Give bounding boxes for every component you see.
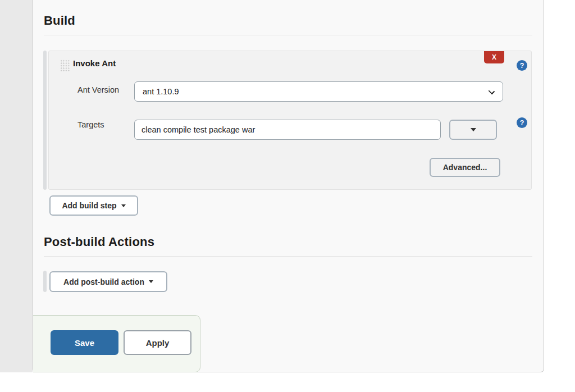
ant-version-select[interactable]: ant 1.10.9 — [134, 81, 503, 102]
caret-down-icon — [121, 204, 126, 207]
targets-label: Targets — [77, 120, 104, 129]
apply-button[interactable]: Apply — [124, 330, 191, 355]
caret-down-icon — [149, 280, 153, 283]
help-icon[interactable]: ? — [517, 117, 527, 128]
config-panel: Build X ? Invoke Ant Ant Version ant 1.1… — [33, 0, 544, 372]
delete-step-button[interactable]: X — [484, 51, 504, 63]
build-section-title: Build — [44, 13, 75, 28]
drag-handle-icon[interactable] — [60, 60, 70, 71]
save-button[interactable]: Save — [51, 330, 118, 355]
build-section-divider — [44, 35, 532, 35]
help-icon[interactable]: ? — [517, 60, 527, 71]
add-build-step-button[interactable]: Add build step — [49, 195, 138, 216]
advanced-button[interactable]: Advanced... — [430, 158, 500, 177]
left-gutter — [0, 0, 33, 372]
build-step-drag-bar[interactable] — [43, 51, 47, 190]
build-step-card: X ? Invoke Ant Ant Version ant 1.10.9 Ta… — [48, 51, 532, 190]
post-build-section-divider — [44, 256, 532, 257]
caret-down-icon — [471, 128, 476, 131]
add-build-step-label: Add build step — [62, 201, 116, 210]
ant-version-label: Ant Version — [77, 85, 119, 94]
post-build-section-title: Post-build Actions — [44, 235, 154, 249]
targets-input[interactable] — [134, 120, 441, 140]
build-step-name: Invoke Ant — [73, 58, 116, 68]
chevron-down-icon — [489, 88, 495, 94]
post-build-drag-bar[interactable] — [43, 271, 47, 292]
targets-expand-button[interactable] — [449, 120, 497, 140]
add-post-build-action-label: Add post-build action — [63, 277, 144, 286]
bottom-sticky-bar: Save Apply — [33, 315, 200, 372]
ant-version-value: ant 1.10.9 — [143, 87, 179, 96]
add-post-build-action-button[interactable]: Add post-build action — [49, 271, 167, 292]
